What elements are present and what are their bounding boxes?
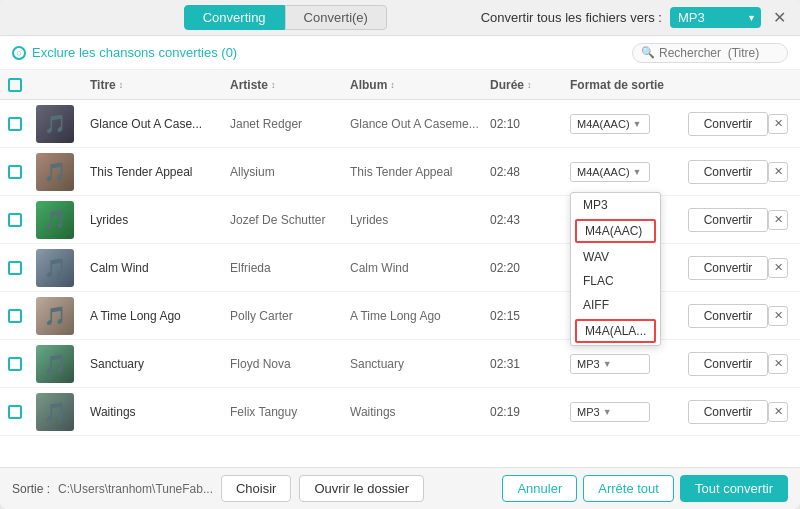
choose-button[interactable]: Choisir bbox=[221, 475, 291, 502]
table-row: 🎵 Calm Wind Elfrieda Calm Wind 02:20 MP3… bbox=[0, 244, 800, 292]
table-row: 🎵 Lyrides Jozef De Schutter Lyrides 02:4… bbox=[0, 196, 800, 244]
track-title-1: Glance Out A Case... bbox=[90, 117, 230, 131]
format-select[interactable]: MP3 M4A(AAC) WAV FLAC AIFF bbox=[670, 7, 761, 28]
track-title-3: Lyrides bbox=[90, 213, 230, 227]
album-art-1: 🎵 bbox=[36, 105, 74, 143]
format-cell-1: M4A(AAC) ▼ bbox=[570, 114, 688, 134]
exclude-icon: ○ bbox=[12, 46, 26, 60]
footer-path: C:\Users\tranhom\TuneFab... bbox=[58, 482, 213, 496]
track-artist-4: Elfrieda bbox=[230, 261, 350, 275]
col-title[interactable]: Titre ↕ bbox=[90, 78, 230, 92]
dropdown-option-aiff[interactable]: AIFF bbox=[571, 293, 660, 317]
track-duration-3: 02:43 bbox=[490, 213, 570, 227]
format-button-7[interactable]: MP3 ▼ bbox=[570, 402, 650, 422]
convert-button-6[interactable]: Convertir bbox=[688, 352, 768, 376]
table-row: 🎵 Glance Out A Case... Janet Redger Glan… bbox=[0, 100, 800, 148]
track-artist-5: Polly Carter bbox=[230, 309, 350, 323]
track-album-1: Glance Out A Caseme... bbox=[350, 117, 490, 131]
table-row: 🎵 Sanctuary Floyd Nova Sanctuary 02:31 M… bbox=[0, 340, 800, 388]
convert-all-label: Convertir tous les fichiers vers : bbox=[481, 10, 662, 25]
track-title-7: Waitings bbox=[90, 405, 230, 419]
album-art-7: 🎵 bbox=[36, 393, 74, 431]
track-album-6: Sanctuary bbox=[350, 357, 490, 371]
track-duration-1: 02:10 bbox=[490, 117, 570, 131]
dropdown-option-wav[interactable]: WAV bbox=[571, 245, 660, 269]
row-checkbox-1[interactable] bbox=[8, 117, 22, 131]
convert-button-5[interactable]: Convertir bbox=[688, 304, 768, 328]
track-title-2: This Tender Appeal bbox=[90, 165, 230, 179]
search-box: 🔍 bbox=[632, 43, 788, 63]
convert-button-4[interactable]: Convertir bbox=[688, 256, 768, 280]
dropdown-option-m4aala[interactable]: M4A(ALA... bbox=[575, 319, 656, 343]
table-header: Titre ↕ Artiste ↕ Album ↕ Durée ↕ Format… bbox=[0, 70, 800, 100]
format-button-2[interactable]: M4A(AAC) ▼ bbox=[570, 162, 650, 182]
track-artist-3: Jozef De Schutter bbox=[230, 213, 350, 227]
album-art-3: 🎵 bbox=[36, 201, 74, 239]
row-checkbox-3[interactable] bbox=[8, 213, 22, 227]
search-icon: 🔍 bbox=[641, 46, 655, 59]
col-album[interactable]: Album ↕ bbox=[350, 78, 490, 92]
delete-button-1[interactable]: ✕ bbox=[768, 114, 788, 134]
delete-button-2[interactable]: ✕ bbox=[768, 162, 788, 182]
select-all-checkbox[interactable] bbox=[8, 78, 22, 92]
track-album-4: Calm Wind bbox=[350, 261, 490, 275]
delete-button-6[interactable]: ✕ bbox=[768, 354, 788, 374]
track-album-3: Lyrides bbox=[350, 213, 490, 227]
track-title-4: Calm Wind bbox=[90, 261, 230, 275]
open-folder-button[interactable]: Ouvrir le dossier bbox=[299, 475, 424, 502]
col-duration[interactable]: Durée ↕ bbox=[490, 78, 570, 92]
track-duration-7: 02:19 bbox=[490, 405, 570, 419]
cancel-button[interactable]: Annuler bbox=[502, 475, 577, 502]
track-artist-1: Janet Redger bbox=[230, 117, 350, 131]
row-checkbox-4[interactable] bbox=[8, 261, 22, 275]
exclude-label: ○ Exclure les chansons converties (0) bbox=[12, 45, 237, 60]
table-body: 🎵 Glance Out A Case... Janet Redger Glan… bbox=[0, 100, 800, 467]
delete-button-5[interactable]: ✕ bbox=[768, 306, 788, 326]
tab-converted[interactable]: Converti(e) bbox=[285, 5, 387, 30]
delete-button-4[interactable]: ✕ bbox=[768, 258, 788, 278]
convert-button-2[interactable]: Convertir bbox=[688, 160, 768, 184]
track-duration-6: 02:31 bbox=[490, 357, 570, 371]
convert-all-button[interactable]: Tout convertir bbox=[680, 475, 788, 502]
delete-button-3[interactable]: ✕ bbox=[768, 210, 788, 230]
stop-all-button[interactable]: Arrête tout bbox=[583, 475, 674, 502]
track-title-5: A Time Long Ago bbox=[90, 309, 230, 323]
track-duration-5: 02:15 bbox=[490, 309, 570, 323]
delete-button-7[interactable]: ✕ bbox=[768, 402, 788, 422]
search-input[interactable] bbox=[659, 46, 779, 60]
tab-converting[interactable]: Converting bbox=[184, 5, 285, 30]
format-dropdown-2: MP3 M4A(AAC) WAV FLAC AIFF M4A(ALA... bbox=[570, 192, 661, 346]
dropdown-option-flac[interactable]: FLAC bbox=[571, 269, 660, 293]
row-checkbox-6[interactable] bbox=[8, 357, 22, 371]
table-row: 🎵 Waitings Felix Tanguy Waitings 02:19 M… bbox=[0, 388, 800, 436]
convert-button-1[interactable]: Convertir bbox=[688, 112, 768, 136]
track-album-5: A Time Long Ago bbox=[350, 309, 490, 323]
format-button-1[interactable]: M4A(AAC) ▼ bbox=[570, 114, 650, 134]
album-art-6: 🎵 bbox=[36, 345, 74, 383]
close-button[interactable]: ✕ bbox=[769, 8, 790, 27]
footer: Sortie : C:\Users\tranhom\TuneFab... Cho… bbox=[0, 467, 800, 509]
row-checkbox-5[interactable] bbox=[8, 309, 22, 323]
format-cell-6: MP3 ▼ bbox=[570, 354, 688, 374]
track-album-7: Waitings bbox=[350, 405, 490, 419]
album-art-4: 🎵 bbox=[36, 249, 74, 287]
table-row: 🎵 A Time Long Ago Polly Carter A Time Lo… bbox=[0, 292, 800, 340]
row-checkbox-2[interactable] bbox=[8, 165, 22, 179]
convert-button-3[interactable]: Convertir bbox=[688, 208, 768, 232]
dropdown-option-mp3[interactable]: MP3 bbox=[571, 193, 660, 217]
format-cell-2: M4A(AAC) ▼ MP3 M4A(AAC) WAV FLAC AIFF M4… bbox=[570, 162, 688, 182]
track-artist-6: Floyd Nova bbox=[230, 357, 350, 371]
track-album-2: This Tender Appeal bbox=[350, 165, 490, 179]
format-cell-7: MP3 ▼ bbox=[570, 402, 688, 422]
row-checkbox-7[interactable] bbox=[8, 405, 22, 419]
format-button-6[interactable]: MP3 ▼ bbox=[570, 354, 650, 374]
track-duration-4: 02:20 bbox=[490, 261, 570, 275]
album-art-5: 🎵 bbox=[36, 297, 74, 335]
dropdown-option-m4aaac[interactable]: M4A(AAC) bbox=[575, 219, 656, 243]
convert-button-7[interactable]: Convertir bbox=[688, 400, 768, 424]
track-artist-7: Felix Tanguy bbox=[230, 405, 350, 419]
col-format: Format de sortie bbox=[570, 78, 688, 92]
table-row: 🎵 This Tender Appeal Allysium This Tende… bbox=[0, 148, 800, 196]
track-artist-2: Allysium bbox=[230, 165, 350, 179]
col-artist[interactable]: Artiste ↕ bbox=[230, 78, 350, 92]
